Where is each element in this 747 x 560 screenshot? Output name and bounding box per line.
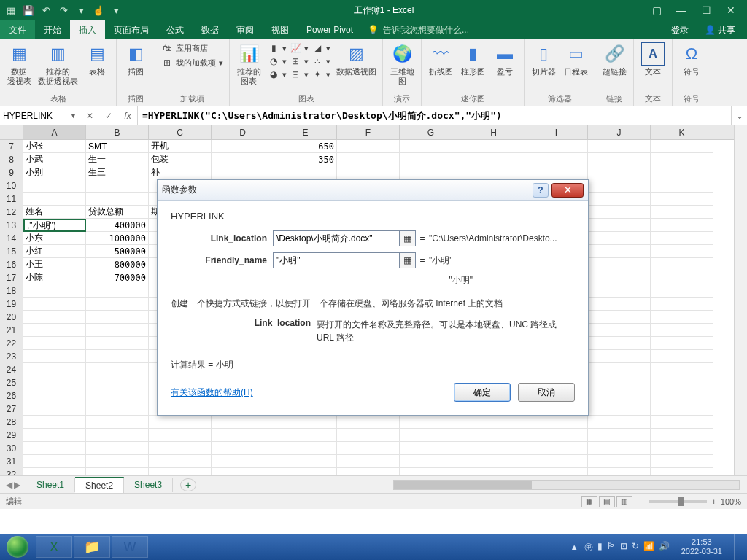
cell-E28[interactable] xyxy=(274,416,337,429)
cell-D31[interactable] xyxy=(212,455,274,468)
col-header-E[interactable]: E xyxy=(274,125,337,139)
row-header[interactable]: 7 xyxy=(0,140,23,153)
ok-button[interactable]: 确定 xyxy=(454,383,511,402)
cell-K30[interactable] xyxy=(651,442,713,455)
row-header[interactable]: 15 xyxy=(0,245,23,258)
cell-K17[interactable] xyxy=(651,271,713,284)
help-link[interactable]: 有关该函数的帮助(H) xyxy=(171,386,253,399)
cell-D28[interactable] xyxy=(212,416,274,429)
cell-J16[interactable] xyxy=(588,258,651,271)
cell-F8[interactable] xyxy=(337,153,400,166)
cell-K18[interactable] xyxy=(651,284,713,298)
cell-G32[interactable] xyxy=(400,468,462,475)
cell-J22[interactable] xyxy=(588,337,651,350)
cell-B7[interactable]: SMT xyxy=(86,140,149,153)
cell-I7[interactable] xyxy=(525,140,588,153)
zoom-control[interactable]: − + 100% xyxy=(640,497,741,506)
hyperlink-button[interactable]: 🔗超链接 xyxy=(601,42,627,77)
zoom-out-icon[interactable]: − xyxy=(640,497,644,506)
row-header[interactable]: 19 xyxy=(0,298,23,311)
cell-K15[interactable] xyxy=(651,245,713,258)
cell-C29[interactable] xyxy=(149,429,212,442)
cell-J28[interactable] xyxy=(588,416,651,429)
tab-pagelayout[interactable]: 页面布局 xyxy=(105,20,158,39)
taskbar-explorer-icon[interactable]: 📁 xyxy=(74,536,110,558)
qat-more-icon[interactable]: ▾ xyxy=(74,4,88,17)
cell-K7[interactable] xyxy=(651,140,713,153)
row-header[interactable]: 22 xyxy=(0,337,23,350)
cell-A15[interactable]: 小红 xyxy=(23,245,86,258)
cell-A17[interactable]: 小陈 xyxy=(23,271,86,284)
cell-J7[interactable] xyxy=(588,140,651,153)
namebox-dropdown-icon[interactable]: ▼ xyxy=(70,112,77,120)
cell-K11[interactable] xyxy=(651,192,713,206)
timeline-button[interactable]: ▭日程表 xyxy=(562,42,589,77)
dialog-titlebar[interactable]: 函数参数 ? ✕ xyxy=(158,180,588,201)
cell-H9[interactable] xyxy=(462,166,525,179)
chart-type-3[interactable]: ◕▾ ⊟▾ ✦▾ xyxy=(268,69,330,80)
cell-F31[interactable] xyxy=(337,455,400,468)
cell-E29[interactable] xyxy=(274,429,337,442)
taskbar-word-icon[interactable]: W xyxy=(112,536,148,558)
col-header-C[interactable]: C xyxy=(149,125,212,139)
zoom-level[interactable]: 100% xyxy=(721,497,741,506)
cell-C8[interactable]: 包装 xyxy=(149,153,212,166)
cell-F9[interactable] xyxy=(337,166,400,179)
cell-G7[interactable] xyxy=(400,140,462,153)
cell-I8[interactable] xyxy=(525,153,588,166)
cell-H30[interactable] xyxy=(462,442,525,455)
row-header[interactable]: 29 xyxy=(0,429,23,442)
cell-J29[interactable] xyxy=(588,429,651,442)
select-all-corner[interactable] xyxy=(0,125,23,140)
cell-B24[interactable] xyxy=(86,363,149,376)
cell-J11[interactable] xyxy=(588,192,651,206)
cell-B23[interactable] xyxy=(86,350,149,363)
cell-C28[interactable] xyxy=(149,416,212,429)
cell-K28[interactable] xyxy=(651,416,713,429)
col-header-B[interactable]: B xyxy=(86,125,149,139)
cell-A27[interactable] xyxy=(23,402,86,416)
cell-A13[interactable]: ,"小明") xyxy=(23,219,86,232)
cell-E32[interactable] xyxy=(274,468,337,475)
cell-K12[interactable] xyxy=(651,206,713,219)
cell-C7[interactable]: 开机 xyxy=(149,140,212,153)
col-header-K[interactable]: K xyxy=(651,125,713,139)
pagelayout-view-icon[interactable]: ▤ xyxy=(599,496,615,508)
cell-A12[interactable]: 姓名 xyxy=(23,206,86,219)
cell-J24[interactable] xyxy=(588,363,651,376)
horizontal-scrollbar[interactable] xyxy=(393,480,740,490)
cell-J26[interactable] xyxy=(588,389,651,402)
cell-A22[interactable] xyxy=(23,337,86,350)
cell-D30[interactable] xyxy=(212,442,274,455)
param2-input[interactable] xyxy=(274,253,399,268)
cell-D32[interactable] xyxy=(212,468,274,475)
tell-me[interactable]: 💡 告诉我您想要做什么... xyxy=(368,20,469,39)
cell-A7[interactable]: 小张 xyxy=(23,140,86,153)
cell-B28[interactable] xyxy=(86,416,149,429)
sheet-prev-icon[interactable]: ◀ xyxy=(6,480,12,490)
close-icon[interactable]: ✕ xyxy=(722,3,740,18)
cell-B30[interactable] xyxy=(86,442,149,455)
cell-G29[interactable] xyxy=(400,429,462,442)
zoom-slider[interactable] xyxy=(649,500,707,503)
row-header[interactable]: 21 xyxy=(0,324,23,337)
illustrations-button[interactable]: ◧插图 xyxy=(123,42,149,77)
tab-data[interactable]: 数据 xyxy=(193,20,228,39)
cell-K21[interactable] xyxy=(651,324,713,337)
cell-K10[interactable] xyxy=(651,179,713,192)
cell-J27[interactable] xyxy=(588,402,651,416)
row-header[interactable]: 23 xyxy=(0,350,23,363)
taskbar-excel-icon[interactable]: X xyxy=(36,536,72,558)
cell-H7[interactable] xyxy=(462,140,525,153)
cell-H31[interactable] xyxy=(462,455,525,468)
share-button[interactable]: 👤 共享 xyxy=(699,22,741,39)
sheet-tab-2[interactable]: Sheet2 xyxy=(75,477,124,493)
tray-expand-icon[interactable]: ▲ xyxy=(570,542,578,551)
row-header[interactable]: 24 xyxy=(0,363,23,376)
row-header[interactable]: 26 xyxy=(0,389,23,402)
row-header[interactable]: 30 xyxy=(0,442,23,455)
cell-K8[interactable] xyxy=(651,153,713,166)
tab-formulas[interactable]: 公式 xyxy=(158,20,193,39)
cell-B31[interactable] xyxy=(86,455,149,468)
row-header[interactable]: 18 xyxy=(0,284,23,298)
